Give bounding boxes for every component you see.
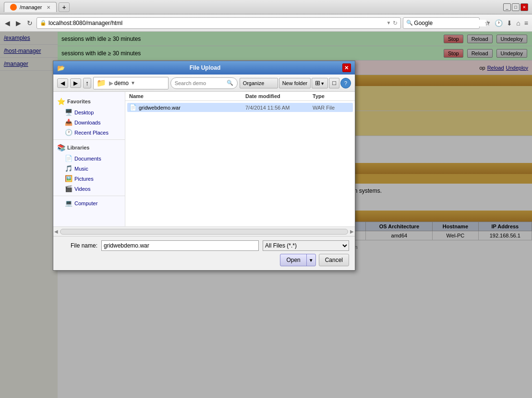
file-name-row: File name: All Files (*.*) — [59, 240, 349, 251]
breadcrumb-separator: ▶ — [109, 80, 113, 87]
download-icon[interactable]: ⬇ — [506, 18, 513, 28]
favorites-label: Favorites — [67, 99, 91, 104]
cancel-button[interactable]: Cancel — [319, 254, 349, 266]
downloads-icon: 📥 — [65, 119, 73, 126]
close-button[interactable]: ✕ — [520, 3, 528, 11]
sidebar-libraries-header: 📚 Libraries — [53, 142, 125, 153]
address-bar[interactable] — [48, 20, 386, 26]
tab-close-btn[interactable]: ✕ — [47, 5, 50, 10]
documents-label: Documents — [74, 156, 101, 162]
file-icon: 📄 — [129, 104, 137, 111]
bookmark-icon[interactable]: ☆ — [484, 18, 492, 28]
col-header-date: Date modified — [245, 93, 313, 99]
dialog-sidebar: ⭐ Favorites 🖥️ Desktop 📥 Downloads 🕐 Rec… — [53, 92, 125, 226]
open-btn-main: Open — [280, 254, 306, 266]
search-bar-container: 🔍 ▼ — [403, 17, 480, 29]
sidebar-documents[interactable]: 📄 Documents — [53, 153, 125, 163]
search-input[interactable] — [414, 20, 486, 26]
computer-label: Computer — [74, 200, 97, 206]
home-icon[interactable]: ⌂ — [515, 18, 521, 28]
scroll-left-btn[interactable]: ◀ — [54, 229, 58, 234]
scroll-right-btn[interactable]: ▶ — [350, 229, 354, 234]
pictures-icon: 🖼️ — [65, 175, 73, 182]
sidebar-favorites-header: ⭐ Favorites — [53, 96, 125, 107]
sidebar-videos[interactable]: 🎬 Videos — [53, 184, 125, 194]
pictures-label: Pictures — [74, 176, 94, 182]
refresh-icon[interactable]: ↻ — [393, 20, 398, 26]
sidebar-music[interactable]: 🎵 Music — [53, 163, 125, 174]
history-icon[interactable]: 🕐 — [494, 18, 504, 28]
col-header-type: Type — [313, 93, 351, 99]
dialog-file-area: Name Date modified Type 📄 gridwebdemo.wa… — [125, 92, 355, 226]
minimize-button[interactable]: _ — [503, 3, 511, 11]
dialog-title: File Upload — [190, 64, 221, 71]
breadcrumb-dropdown[interactable]: ▼ — [131, 80, 135, 86]
dialog-footer: File name: All Files (*.*) Open ▼ Cancel — [53, 236, 355, 270]
new-tab-button[interactable]: + — [59, 2, 69, 12]
dialog-scrollbar-area: ◀ ▶ — [53, 226, 355, 236]
dialog-title-icon: 📂 — [57, 64, 65, 72]
file-list-body: 📄 gridwebdemo.war 7/4/2014 11:56 AM WAR … — [125, 101, 355, 226]
file-item-gridwebdemo[interactable]: 📄 gridwebdemo.war 7/4/2014 11:56 AM WAR … — [127, 103, 353, 112]
col-header-name[interactable]: Name — [129, 93, 245, 99]
dialog-overlay: 📂 File Upload ✕ ◀ ▶ ↑ 📁 ▶ demo ▼ 🔍 — [0, 32, 532, 398]
file-name-input[interactable] — [101, 240, 259, 251]
file-type-text: WAR File — [313, 105, 351, 111]
menu-icon[interactable]: ≡ — [523, 18, 529, 28]
view-toggle-button[interactable]: ⊞▼ — [312, 78, 328, 88]
dialog-forward-button[interactable]: ▶ — [70, 78, 81, 88]
lock-icon: 🔒 — [40, 20, 47, 26]
dialog-titlebar: 📂 File Upload ✕ — [53, 61, 355, 75]
breadcrumb-current: demo — [114, 80, 129, 87]
dialog-search-container: 🔍 — [170, 77, 238, 89]
libraries-icon: 📚 — [57, 144, 65, 151]
dropdown-icon[interactable]: ▼ — [386, 20, 391, 25]
open-button[interactable]: Open ▼ — [280, 254, 315, 266]
desktop-icon: 🖥️ — [65, 109, 73, 116]
page-content: /examples /host-manager /manager session… — [0, 32, 532, 398]
file-upload-dialog: 📂 File Upload ✕ ◀ ▶ ↑ 📁 ▶ demo ▼ 🔍 — [53, 61, 355, 271]
new-folder-button[interactable]: New folder — [279, 78, 311, 88]
favorites-star-icon: ⭐ — [57, 98, 65, 105]
dialog-search-input[interactable] — [175, 80, 227, 86]
desktop-label: Desktop — [74, 110, 94, 115]
dialog-buttons: Open ▼ Cancel — [59, 254, 349, 266]
sidebar-divider-1 — [53, 139, 125, 140]
documents-icon: 📄 — [65, 155, 73, 162]
back-button[interactable]: ◀ — [3, 18, 12, 28]
dialog-close-button[interactable]: ✕ — [342, 63, 351, 72]
toolbar-icons: ☆ 🕐 ⬇ ⌂ ≡ — [484, 18, 529, 28]
new-folder-label: New folder — [282, 80, 308, 86]
sidebar-downloads[interactable]: 📥 Downloads — [53, 117, 125, 127]
view-toolbar: Organize New folder ⊞▼ □ ? — [240, 78, 351, 88]
file-type-select[interactable]: All Files (*.*) — [263, 240, 349, 251]
dialog-up-button[interactable]: ↑ — [83, 78, 91, 88]
open-btn-dropdown[interactable]: ▼ — [306, 254, 315, 266]
file-list-header: Name Date modified Type — [125, 92, 355, 101]
help-button[interactable]: ? — [340, 78, 351, 88]
sidebar-desktop[interactable]: 🖥️ Desktop — [53, 107, 125, 117]
organize-button[interactable]: Organize — [240, 78, 278, 88]
preview-button[interactable]: □ — [329, 78, 339, 88]
reload-nav-button[interactable]: ↻ — [25, 18, 35, 28]
search-engine-icon: 🔍 — [406, 20, 413, 26]
browser-tab[interactable]: /manager ✕ — [4, 2, 57, 12]
maximize-button[interactable]: □ — [512, 3, 520, 11]
forward-button[interactable]: ▶ — [14, 18, 23, 28]
browser-title-bar: /manager ✕ + _ □ ✕ — [0, 0, 532, 14]
computer-icon: 💻 — [65, 199, 73, 207]
music-icon: 🎵 — [65, 165, 73, 172]
dialog-back-button[interactable]: ◀ — [57, 78, 68, 88]
window-controls: _ □ ✕ — [503, 3, 528, 11]
browser-nav-bar: ◀ ▶ ↻ 🔒 ▼ ↻ 🔍 ▼ ☆ 🕐 ⬇ ⌂ ≡ — [0, 14, 532, 32]
file-name-text: gridwebdemo.war — [139, 105, 245, 111]
sidebar-divider-2 — [53, 196, 125, 196]
tab-title: /manager — [20, 4, 42, 10]
videos-icon: 🎬 — [65, 185, 73, 192]
breadcrumb-bar: 📁 ▶ demo ▼ — [93, 77, 169, 89]
firefox-icon — [10, 4, 17, 11]
sidebar-pictures[interactable]: 🖼️ Pictures — [53, 174, 125, 184]
sidebar-recent-places[interactable]: 🕐 Recent Places — [53, 127, 125, 137]
sidebar-computer[interactable]: 💻 Computer — [53, 198, 125, 208]
horizontal-scrollbar[interactable] — [60, 229, 348, 235]
